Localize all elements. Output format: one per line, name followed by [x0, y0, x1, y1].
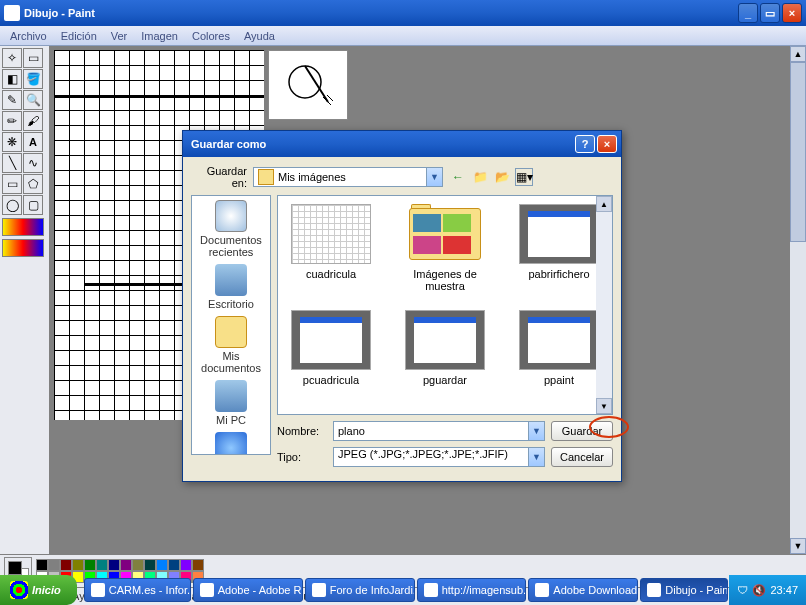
taskbar-item[interactable]: Dibujo - Paint — [640, 578, 728, 602]
place-documents[interactable]: Mis documentos — [194, 316, 268, 374]
save-button[interactable]: Guardar — [551, 421, 613, 441]
taskbar-item[interactable]: CARM.es - Infor... — [84, 578, 191, 602]
chevron-down-icon[interactable]: ▼ — [528, 448, 544, 466]
system-tray[interactable]: 🛡 🔇 23:47 — [729, 575, 806, 605]
file-item[interactable]: pguardar — [400, 310, 490, 386]
tray-icon[interactable]: 🔇 — [752, 584, 766, 597]
app-icon — [200, 583, 214, 597]
color-swatch[interactable] — [192, 559, 204, 571]
view-menu-icon[interactable]: ▦▾ — [515, 168, 533, 186]
scroll-down-icon[interactable]: ▼ — [596, 398, 612, 414]
menu-ayuda[interactable]: Ayuda — [238, 28, 281, 44]
filename-field[interactable] — [338, 422, 520, 440]
start-icon — [10, 581, 28, 599]
tool-eraser[interactable]: ◧ — [2, 69, 22, 89]
tool-line[interactable]: ╲ — [2, 153, 22, 173]
file-scrollbar[interactable]: ▲ ▼ — [596, 196, 612, 414]
color-swatch[interactable] — [180, 559, 192, 571]
dialog-help-button[interactable]: ? — [575, 135, 595, 153]
tool-rect[interactable]: ▭ — [2, 174, 22, 194]
desktop-icon — [215, 264, 247, 296]
filename-input[interactable]: ▼ — [333, 421, 545, 441]
filetype-combo[interactable]: JPEG (*.JPG;*.JPEG;*.JPE;*.JFIF) ▼ — [333, 447, 545, 467]
file-item[interactable]: cuadricula — [286, 204, 376, 292]
maximize-button[interactable]: ▭ — [760, 3, 780, 23]
tool-polygon[interactable]: ⬠ — [23, 174, 43, 194]
name-label: Nombre: — [277, 425, 327, 437]
tool-roundrect[interactable]: ▢ — [23, 195, 43, 215]
menu-ver[interactable]: Ver — [105, 28, 134, 44]
folder-icon — [258, 169, 274, 185]
scroll-up-icon[interactable]: ▲ — [790, 46, 806, 62]
scroll-thumb[interactable] — [790, 62, 806, 242]
tool-free-select[interactable]: ✧ — [2, 48, 22, 68]
file-list[interactable]: cuadriculaImágenes de muestrapabrirfiche… — [277, 195, 613, 415]
filetype-value: JPEG (*.JPG;*.JPEG;*.JPE;*.JFIF) — [338, 448, 508, 460]
place-network[interactable]: Mis sitios de red — [194, 432, 268, 455]
color-swatch[interactable] — [168, 559, 180, 571]
app-icon — [312, 583, 326, 597]
color-swatch[interactable] — [108, 559, 120, 571]
color-swatch[interactable] — [48, 559, 60, 571]
tool-option-1[interactable] — [2, 218, 44, 236]
tool-fill[interactable]: 🪣 — [23, 69, 43, 89]
tool-curve[interactable]: ∿ — [23, 153, 43, 173]
taskbar-item[interactable]: Adobe - Adobe R... — [193, 578, 303, 602]
menu-archivo[interactable]: Archivo — [4, 28, 53, 44]
minimize-button[interactable]: _ — [738, 3, 758, 23]
file-item[interactable]: pabrirfichero — [514, 204, 604, 292]
tool-spray[interactable]: ❋ — [2, 132, 22, 152]
chevron-down-icon[interactable]: ▼ — [426, 168, 442, 186]
file-item[interactable]: Imágenes de muestra — [400, 204, 490, 292]
color-swatch[interactable] — [72, 559, 84, 571]
taskbar-item[interactable]: Foro de InfoJardi... — [305, 578, 415, 602]
place-mypc[interactable]: Mi PC — [215, 380, 247, 426]
file-item[interactable]: pcuadricula — [286, 310, 376, 386]
color-swatch[interactable] — [156, 559, 168, 571]
color-swatch[interactable] — [60, 559, 72, 571]
mypc-icon — [215, 380, 247, 412]
tool-picker[interactable]: ✎ — [2, 90, 22, 110]
color-swatch[interactable] — [132, 559, 144, 571]
color-swatch[interactable] — [120, 559, 132, 571]
taskbar-item[interactable]: Adobe Download ... — [528, 578, 638, 602]
save-in-combo[interactable]: Mis imágenes ▼ — [253, 167, 443, 187]
close-button[interactable]: × — [782, 3, 802, 23]
tool-option-2[interactable] — [2, 239, 44, 257]
color-swatch[interactable] — [144, 559, 156, 571]
vertical-scrollbar[interactable]: ▲ ▼ — [790, 46, 806, 554]
tool-zoom[interactable]: 🔍 — [23, 90, 43, 110]
up-folder-icon[interactable]: 📁 — [471, 168, 489, 186]
tool-brush[interactable]: 🖌 — [23, 111, 43, 131]
cancel-button[interactable]: Cancelar — [551, 447, 613, 467]
menu-colores[interactable]: Colores — [186, 28, 236, 44]
dialog-title: Guardar como — [187, 138, 573, 150]
type-label: Tipo: — [277, 451, 327, 463]
save-dialog: Guardar como ? × Guardar en: Mis imágene… — [182, 130, 622, 482]
tray-icon[interactable]: 🛡 — [737, 584, 748, 596]
menu-edicion[interactable]: Edición — [55, 28, 103, 44]
tool-rect-select[interactable]: ▭ — [23, 48, 43, 68]
taskbar-item[interactable]: http://imagensub... — [417, 578, 527, 602]
window-title: Dibujo - Paint — [24, 7, 738, 19]
dialog-close-button[interactable]: × — [597, 135, 617, 153]
back-icon[interactable]: ← — [449, 168, 467, 186]
taskbar: Inicio CARM.es - Infor...Adobe - Adobe R… — [0, 575, 806, 605]
place-desktop[interactable]: Escritorio — [208, 264, 254, 310]
new-folder-icon[interactable]: 📂 — [493, 168, 511, 186]
color-swatch[interactable] — [96, 559, 108, 571]
tool-ellipse[interactable]: ◯ — [2, 195, 22, 215]
color-swatch[interactable] — [84, 559, 96, 571]
start-button[interactable]: Inicio — [0, 575, 77, 605]
place-recent[interactable]: Documentos recientes — [194, 200, 268, 258]
menu-imagen[interactable]: Imagen — [135, 28, 184, 44]
tool-text[interactable]: A — [23, 132, 43, 152]
chevron-down-icon[interactable]: ▼ — [528, 422, 544, 440]
color-swatch[interactable] — [36, 559, 48, 571]
scroll-up-icon[interactable]: ▲ — [596, 196, 612, 212]
app-icon — [424, 583, 438, 597]
tool-pencil[interactable]: ✏ — [2, 111, 22, 131]
file-item[interactable]: ppaint — [514, 310, 604, 386]
toolbox: ✧ ▭ ◧ 🪣 ✎ 🔍 ✏ 🖌 ❋ A ╲ ∿ ▭ ⬠ ◯ ▢ — [0, 46, 50, 554]
scroll-down-icon[interactable]: ▼ — [790, 538, 806, 554]
